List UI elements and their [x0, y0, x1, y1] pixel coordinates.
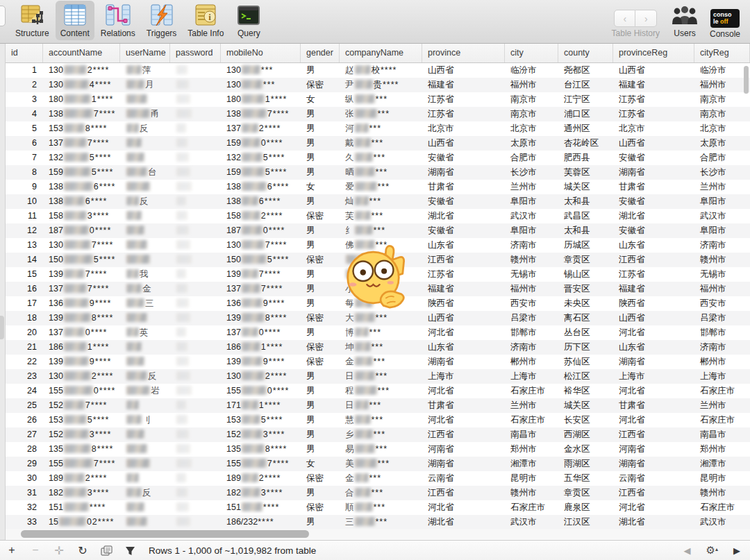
table-row[interactable]: 231302****反1302****男日***上海市上海市松江区上海市上海市 [6, 369, 750, 384]
table-row[interactable]: 71325****1325****男久***安徽省合肥市肥西县安徽省合肥市 [6, 151, 750, 165]
cell-county: 太和县 [558, 194, 613, 209]
splitter-drag-handle[interactable] [0, 316, 4, 339]
table-row[interactable]: 261535****刂1535****男慧***河北省石家庄市长安区河北省石家庄… [6, 413, 750, 427]
table-row[interactable]: 221399****1399****保密金***湖南省郴州市苏仙区湖南省郴州市 [6, 355, 750, 369]
cell-password [170, 267, 221, 282]
cell-gender: 男 [301, 515, 340, 529]
table-row[interactable]: 291557****1557****女美***湖南省湘潭市雨湖区湖南省湘潭市 [6, 457, 750, 471]
cell-city: 石家庄市 [505, 500, 558, 515]
cell-gender: 男 [301, 398, 340, 413]
filter-button[interactable] [118, 544, 142, 557]
table-row[interactable]: 241550****岩1550****男程***河北省石家庄市裕华区河北省石家庄… [6, 384, 750, 398]
add-row-button[interactable]: + [0, 544, 24, 557]
cell-gender: 男 [301, 151, 340, 165]
cell-gender: 男 [301, 267, 340, 282]
table-row[interactable]: 51538****反1372****男河***北京市北京市通州区北京市北京市 [6, 121, 750, 136]
table-row[interactable]: 11302****萍130***男赵校****山西省临汾市尧都区山西省临汾市 [6, 63, 750, 78]
column-header-password[interactable]: password [170, 44, 221, 62]
cell-city: 西安市 [505, 296, 558, 311]
toolbar-query[interactable]: Query [230, 1, 267, 40]
cell-county: 晋安区 [558, 282, 613, 296]
cell-password [170, 78, 221, 92]
column-header-city[interactable]: city [505, 44, 558, 62]
table-row[interactable]: 311823****反1823****男合***江西省赣州市章贡区江西省赣州市 [6, 486, 750, 500]
table-row[interactable]: 181398****1398****保密大***山西省吕梁市离石区山西省吕梁市 [6, 311, 750, 325]
toolbar-triggers[interactable]: Triggers [142, 1, 182, 40]
table-row[interactable]: 81595****台1595****男晒***湖南省长沙市芙蓉区湖南省长沙市 [6, 165, 750, 180]
table-row[interactable]: 21304****月130***保密尹贵****福建省福州市台江区福建省福州市 [6, 78, 750, 92]
cell-userName [120, 340, 170, 355]
vertical-scrollbar[interactable] [744, 66, 749, 527]
cell-id: 26 [6, 413, 43, 427]
cell-county: 鹿泉区 [558, 500, 613, 515]
table-row[interactable]: 331502****186/232****男三***湖北省武汉市江汉区湖北省武汉… [6, 515, 750, 529]
column-header-mobileNo[interactable]: mobileNo [221, 44, 301, 62]
next-page-button[interactable]: ▶ [733, 545, 740, 556]
table-row[interactable]: 101386****反1386****男灿***安徽省阜阳市太和县安徽省阜阳市 [6, 194, 750, 209]
horizontal-scrollbar-thumb[interactable] [21, 530, 309, 538]
cell-county: 章贡区 [558, 486, 613, 500]
table-row[interactable]: 271523****1523****男乡***江西省南昌市西湖区江西省南昌市 [6, 427, 750, 442]
toolbar-structure[interactable]: Structure [10, 1, 54, 40]
remove-row-button[interactable]: − [24, 544, 47, 557]
cell-mobileNo: 1801**** [221, 92, 301, 107]
cell-province: 山东省 [422, 238, 505, 253]
duplicate-row-button[interactable]: ✛ [47, 544, 71, 557]
cell-accountName: 1550**** [43, 384, 120, 398]
table-row[interactable]: 201370****英1370****男博***河北省邯郸市丛台区河北省邯郸市 [6, 325, 750, 340]
cell-companyName: 易*** [340, 442, 422, 457]
toolbar-users[interactable]: Users [666, 1, 703, 40]
cell-city: 太原市 [505, 136, 558, 151]
toolbar-content[interactable]: Content [56, 1, 94, 40]
cell-provinceReg: 甘肃省 [613, 398, 694, 413]
cell-mobileNo: 186/232**** [221, 515, 301, 529]
cell-companyName: 河*** [340, 121, 422, 136]
cell-userName [120, 136, 170, 151]
toolbar-console[interactable]: conso le off Console [705, 1, 745, 41]
refresh-button[interactable]: ↻ [71, 544, 94, 557]
cell-userName: 岩 [120, 384, 170, 398]
svg-text:i: i [209, 12, 212, 22]
query-icon [235, 3, 262, 27]
column-header-province[interactable]: province [422, 44, 505, 62]
table-row[interactable]: 121870****1870****男纟***安徽省阜阳市太和县安徽省阜阳市 [6, 223, 750, 238]
vertical-scrollbar-thumb[interactable] [744, 66, 749, 94]
column-header-accountName[interactable]: accountName [43, 44, 120, 62]
cell-cityReg: 赣州市 [694, 253, 750, 267]
table-row[interactable]: 31801****1801****女纵***江苏省南京市江宁区江苏省南京市 [6, 92, 750, 107]
history-forward-button[interactable]: › [635, 10, 657, 27]
cell-county: 离石区 [558, 311, 613, 325]
toolbar-table-info[interactable]: iTable Info [183, 1, 228, 40]
column-header-gender[interactable]: gender [301, 44, 340, 62]
cell-provinceReg: 河北省 [613, 384, 694, 398]
toolbar-relations[interactable]: Relations [96, 1, 140, 40]
table-row[interactable]: 111583****1582****保密芙***湖北省武汉市武昌区湖北省武汉市 [6, 209, 750, 223]
table-row[interactable]: 281358****1358****男易***河南省郑州市金水区河南省郑州市 [6, 442, 750, 457]
main-toolbar: StructureContentRelationsTriggersiTable … [0, 0, 750, 44]
table-row[interactable]: 301892****1892****保密金***云南省昆明市五华区云南省昆明市 [6, 471, 750, 486]
table-row[interactable]: 91386****1386****女爱***甘肃省兰州市城关区甘肃省兰州市 [6, 180, 750, 194]
column-header-id[interactable]: id [6, 44, 43, 62]
table-row[interactable]: 41387****甬1387****男张***江苏省南京市浦口区江苏省南京市 [6, 107, 750, 121]
table-row[interactable]: 32151****151****保密順***河北省石家庄市鹿泉区河北省石家庄市 [6, 500, 750, 515]
cell-provinceReg: 山东省 [613, 238, 694, 253]
edit-row-button[interactable] [94, 544, 118, 557]
table-row[interactable]: 211861****1861****保密坤***山东省济南市历下区山东省济南市 [6, 340, 750, 355]
table-row[interactable]: 61377****1590****男戴***山西省太原市杏花岭区山西省太原市 [6, 136, 750, 151]
edge-button-fragment[interactable] [0, 6, 6, 26]
table-row[interactable]: 251527****1711****男日***甘肃省兰州市城关区甘肃省兰州市 [6, 398, 750, 413]
column-header-companyName[interactable]: companyName [340, 44, 422, 62]
history-back-button[interactable]: ‹ [614, 10, 635, 27]
column-header-cityReg[interactable]: cityReg [694, 44, 750, 62]
cell-province: 湖北省 [422, 515, 505, 529]
cell-province: 江苏省 [422, 107, 505, 121]
previous-page-button[interactable]: ◀ [684, 545, 691, 556]
column-header-county[interactable]: county [558, 44, 613, 62]
column-header-provinceReg[interactable]: provinceReg [613, 44, 694, 62]
cell-accountName: 1302**** [43, 63, 120, 78]
cell-city: 济南市 [505, 340, 558, 355]
table-settings-button[interactable]: ⚙▴ [706, 544, 718, 557]
column-header-userName[interactable]: userName [120, 44, 170, 62]
horizontal-scrollbar[interactable] [6, 529, 750, 539]
cell-accountName: 1370**** [43, 325, 120, 340]
